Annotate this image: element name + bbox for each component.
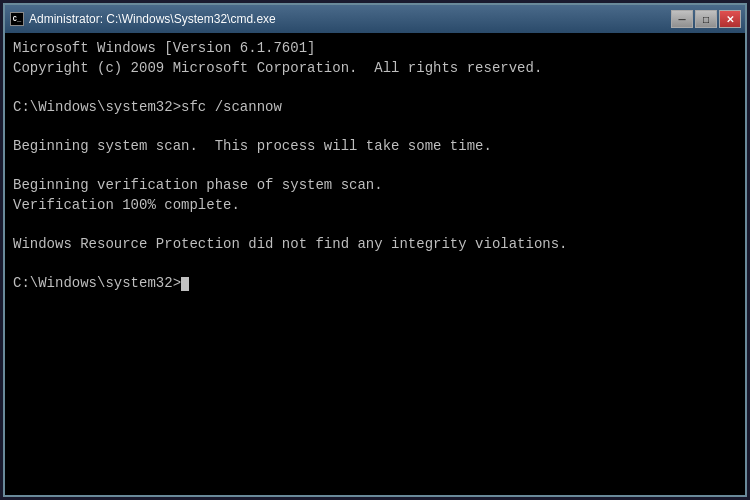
cmd-icon-container: C_ [9,11,25,27]
line1: Microsoft Windows [Version 6.1.7601] [13,40,315,56]
line2: Copyright (c) 2009 Microsoft Corporation… [13,60,542,76]
maximize-button[interactable]: □ [695,10,717,28]
terminal-body[interactable]: Microsoft Windows [Version 6.1.7601] Cop… [5,33,745,495]
line11: Windows Resource Protection did not find… [13,236,568,252]
title-bar-left: C_ Administrator: C:\Windows\System32\cm… [9,11,276,27]
window-controls: ─ □ ✕ [671,10,741,28]
title-bar: C_ Administrator: C:\Windows\System32\cm… [5,5,745,33]
minimize-button[interactable]: ─ [671,10,693,28]
cmd-icon: C_ [10,12,24,26]
line6: Beginning system scan. This process will… [13,138,492,154]
line13: C:\Windows\system32> [13,275,181,291]
terminal-output: Microsoft Windows [Version 6.1.7601] Cop… [13,39,737,294]
line8: Beginning verification phase of system s… [13,177,383,193]
cursor [181,277,189,291]
line9: Verification 100% complete. [13,197,240,213]
cmd-window: C_ Administrator: C:\Windows\System32\cm… [3,3,747,497]
window-title: Administrator: C:\Windows\System32\cmd.e… [29,12,276,26]
close-button[interactable]: ✕ [719,10,741,28]
line4: C:\Windows\system32>sfc /scannow [13,99,282,115]
